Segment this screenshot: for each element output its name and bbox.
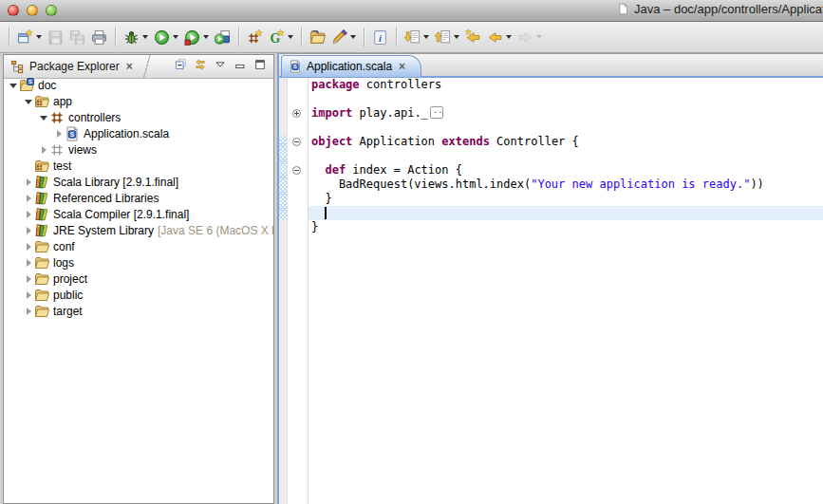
dropdown-arrow-icon[interactable] bbox=[142, 35, 148, 39]
tree-item-label: Scala Compiler [2.9.1.final] bbox=[53, 208, 189, 221]
run-external-button[interactable] bbox=[212, 26, 234, 48]
tree-item-label: doc bbox=[38, 79, 56, 92]
g-wizard-button[interactable] bbox=[266, 26, 296, 48]
tree-item-test[interactable]: test bbox=[4, 158, 273, 174]
fold-collapse-icon[interactable] bbox=[292, 138, 301, 146]
expand-arrow-icon[interactable] bbox=[23, 257, 34, 269]
dropdown-arrow-icon[interactable] bbox=[173, 35, 178, 39]
dropdown-arrow-icon[interactable] bbox=[506, 35, 512, 39]
code-line bbox=[309, 121, 823, 135]
collapse-all-icon bbox=[174, 58, 187, 71]
package-explorer-view: Package Explorer × docappcontrollersAppl… bbox=[3, 54, 274, 504]
code-token: def bbox=[325, 163, 346, 177]
print-button[interactable] bbox=[88, 26, 110, 48]
dropdown-arrow-icon[interactable] bbox=[423, 35, 429, 39]
code-line: package controllers bbox=[309, 78, 823, 92]
collapse-arrow-icon[interactable] bbox=[8, 80, 19, 91]
back-button[interactable] bbox=[484, 26, 514, 48]
code-token: } bbox=[311, 220, 318, 233]
tree-item-jre-system-library[interactable]: JRE System Library[Java SE 6 (MacOS X De… bbox=[4, 222, 273, 238]
fold-expand-icon[interactable] bbox=[292, 109, 301, 118]
expand-arrow-icon[interactable] bbox=[23, 193, 34, 204]
editor-area: Application.scala × package controllersi… bbox=[277, 53, 823, 504]
tree-item-label: Application.scala bbox=[84, 127, 169, 140]
link-with-editor-button[interactable] bbox=[194, 58, 207, 75]
collapse-arrow-icon[interactable] bbox=[38, 112, 49, 123]
code-token: package bbox=[311, 78, 360, 91]
close-icon[interactable]: × bbox=[126, 61, 133, 72]
open-folder-button[interactable] bbox=[307, 26, 328, 48]
minimize-icon bbox=[234, 58, 247, 71]
expand-arrow-icon[interactable] bbox=[53, 128, 65, 140]
save-icon bbox=[47, 29, 64, 46]
zoom-window-button[interactable] bbox=[46, 5, 57, 16]
tree-item-public[interactable]: public bbox=[4, 287, 273, 303]
dropdown-arrow-icon[interactable] bbox=[288, 35, 293, 39]
expand-arrow-icon[interactable] bbox=[23, 273, 34, 285]
expand-arrow-icon[interactable] bbox=[23, 209, 34, 220]
view-toolbar bbox=[174, 58, 273, 75]
tree-item-application-scala[interactable]: Application.scala bbox=[4, 125, 273, 141]
toolbar-separator bbox=[9, 28, 9, 47]
tree-item-logs[interactable]: logs bbox=[4, 254, 273, 271]
highlighter-button[interactable] bbox=[328, 26, 359, 48]
package-explorer-tab[interactable]: Package Explorer × bbox=[4, 55, 139, 78]
code-token: "Your new application is ready." bbox=[531, 177, 750, 191]
save-button bbox=[45, 26, 66, 48]
tree-item-app[interactable]: app bbox=[4, 93, 273, 109]
tree-item-label: views bbox=[68, 143, 97, 157]
previous-annotation-icon bbox=[435, 29, 451, 46]
forward-icon bbox=[517, 29, 533, 46]
code-area[interactable]: package controllersimport play.api._obje… bbox=[309, 78, 823, 504]
expand-arrow-icon[interactable] bbox=[23, 306, 34, 317]
folded-region-box[interactable] bbox=[430, 106, 443, 119]
code-line: def index = Action { bbox=[309, 163, 823, 177]
expand-arrow-icon[interactable] bbox=[23, 289, 34, 301]
tree-item-controllers[interactable]: controllers bbox=[4, 109, 273, 125]
toolbar-separator bbox=[301, 28, 302, 47]
tree-item-project[interactable]: project bbox=[4, 271, 273, 287]
project-tree[interactable]: docappcontrollersApplication.scalaviewst… bbox=[4, 77, 273, 503]
tree-item-conf[interactable]: conf bbox=[4, 238, 273, 254]
next-annotation-button[interactable] bbox=[402, 26, 432, 48]
tree-item-referenced-libraries[interactable]: Referenced Libraries bbox=[4, 190, 273, 206]
dropdown-arrow-icon[interactable] bbox=[203, 35, 209, 39]
dropdown-arrow-icon[interactable] bbox=[454, 35, 459, 39]
expand-arrow-icon[interactable] bbox=[23, 241, 34, 252]
expand-arrow-icon[interactable] bbox=[23, 177, 34, 188]
close-icon[interactable]: × bbox=[399, 61, 405, 72]
expand-arrow-icon[interactable] bbox=[23, 225, 34, 236]
save-all-icon bbox=[69, 29, 85, 46]
dropdown-arrow-icon[interactable] bbox=[350, 35, 356, 39]
minimize-window-button[interactable] bbox=[27, 5, 38, 16]
last-edit-location-button[interactable] bbox=[462, 26, 484, 48]
source-folder-icon bbox=[34, 159, 49, 174]
tree-item-scala-compiler-2-9-1-final[interactable]: Scala Compiler [2.9.1.final] bbox=[4, 206, 273, 222]
profile-button[interactable] bbox=[181, 26, 212, 48]
new-package-button[interactable] bbox=[244, 26, 266, 48]
maximize-button[interactable] bbox=[253, 58, 267, 75]
tree-item-target[interactable]: target bbox=[4, 303, 273, 319]
scala-project-icon bbox=[19, 78, 34, 93]
expand-arrow-icon[interactable] bbox=[38, 144, 49, 156]
collapse-all-button[interactable] bbox=[174, 58, 187, 75]
folder-icon bbox=[34, 288, 49, 303]
collapse-arrow-icon[interactable] bbox=[23, 96, 34, 107]
tree-item-doc[interactable]: doc bbox=[4, 77, 273, 93]
minimize-button[interactable] bbox=[234, 58, 247, 75]
dropdown-arrow-icon bbox=[536, 35, 542, 39]
tree-item-scala-library-2-9-1-final[interactable]: Scala Library [2.9.1.final] bbox=[4, 174, 273, 190]
link-with-editor-icon bbox=[194, 58, 207, 71]
dropdown-arrow-icon[interactable] bbox=[36, 35, 42, 39]
fold-collapse-icon[interactable] bbox=[292, 166, 301, 175]
info-button[interactable] bbox=[369, 26, 391, 48]
previous-annotation-button[interactable] bbox=[432, 26, 462, 48]
tree-item-views[interactable]: views bbox=[4, 141, 273, 158]
source-folder-icon bbox=[34, 94, 49, 109]
debug-button[interactable] bbox=[121, 26, 151, 48]
editor-tab-application-scala[interactable]: Application.scala × bbox=[281, 55, 421, 77]
new-wizard-button[interactable] bbox=[14, 26, 45, 48]
run-button[interactable] bbox=[151, 26, 181, 48]
view-menu-button[interactable] bbox=[214, 58, 227, 75]
close-window-button[interactable] bbox=[8, 5, 19, 16]
